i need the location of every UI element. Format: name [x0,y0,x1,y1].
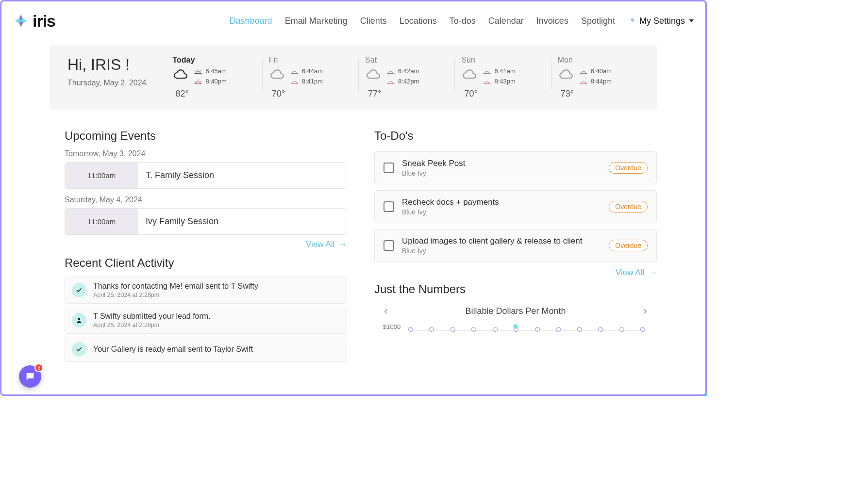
arrow-right-icon: → [336,240,347,249]
chart-point [493,327,498,332]
iris-small-icon [628,16,636,25]
sunrise-time: 6:40am [591,67,612,75]
weather-day-mon: Mon 6:40am 8:44pm 73° [551,56,647,99]
status-badge-overdue: Overdue [609,240,648,251]
brand-name: iris [33,12,55,31]
svg-point-0 [78,318,81,320]
cloud-icon [172,67,189,84]
todo-checkbox[interactable] [384,201,394,212]
event-time: 11:00am [65,163,138,188]
nav-my-settings[interactable]: My Settings [628,16,694,26]
status-badge-overdue: Overdue [609,201,648,213]
sunset-time: 8:43pm [494,78,515,85]
chart-current-marker [513,324,518,329]
activity-when: April 25, 2024 at 2:28pm [93,322,211,328]
greeting-date: Thursday, May 2, 2024 [67,79,146,87]
sunrise-icon [290,68,299,75]
numbers-carousel-header: ‹ Billable Dollars Per Month › [374,305,657,317]
nav-dashboard[interactable]: Dashboard [230,16,272,26]
todos-heading: To-Do's [374,129,657,143]
nav-locations[interactable]: Locations [400,16,437,26]
chart-point [408,327,413,332]
sunrise-icon [194,68,202,75]
nav-email-marketing[interactable]: Email Marketing [285,16,348,26]
sunset-icon [483,78,491,85]
sunset-time: 8:42pm [398,78,419,85]
numbers-metric-label: Billable Dollars Per Month [465,306,566,316]
event-title: Ivy Family Session [138,209,347,234]
chart-point [577,327,582,332]
todo-item[interactable]: Sneak Peek Post Blue Ivy Overdue [374,151,657,184]
event-card[interactable]: 11:00am Ivy Family Session [65,208,347,235]
chat-unread-badge: 3 [34,363,43,372]
chart-y-tick: $1000 [383,323,401,330]
person-icon [72,313,86,327]
numbers-heading: Just the Numbers [374,282,657,296]
todo-title: Recheck docs + payments [402,197,601,207]
sunset-icon [194,78,202,85]
hero-weather-panel: Hi, IRIS ! Thursday, May 2, 2024 Today 6… [50,45,657,110]
sunset-icon [386,78,395,85]
activity-item[interactable]: T Swifty submitted your lead form. April… [65,307,347,334]
nav-todos[interactable]: To-dos [450,16,476,26]
event-time: 11:00am [65,209,138,234]
weather-temp: 73° [561,89,640,99]
weather-temp: 70° [272,89,351,99]
todo-checkbox[interactable] [384,163,394,173]
todos-view-all-link[interactable]: View All → [616,268,657,277]
todo-title: Sneak Peek Post [402,159,601,168]
sunset-icon [579,78,588,85]
weather-temp: 77° [368,89,448,99]
sunset-time: 8:44pm [591,78,612,85]
todo-checkbox[interactable] [384,240,394,251]
greeting-text: Hi, IRIS ! [67,56,146,74]
chart-point [429,327,434,332]
activity-when: April 25, 2024 at 2:28pm [93,292,258,298]
weather-day-fri: Fri 6:44am 8:41pm 70° [262,56,358,99]
nav-settings-label: My Settings [639,16,685,26]
chart-points [408,327,645,332]
chart-point [640,327,645,332]
weather-day-label: Mon [558,56,640,65]
weather-temp: 82° [175,89,255,99]
weather-day-label: Sat [365,56,448,65]
events-view-all: View All → [65,240,347,249]
sunset-icon [290,78,299,85]
brand-logo[interactable]: iris [13,12,55,31]
todo-title: Upload images to client gallery & releas… [402,236,601,246]
weather-day-sat: Sat 6:42am 8:42pm 77° [358,56,454,99]
activity-item[interactable]: Thanks for contacting Me! email sent to … [65,277,347,304]
chevron-right-icon[interactable]: › [644,305,647,317]
todo-item[interactable]: Recheck docs + payments Blue Ivy Overdue [374,190,657,223]
weather-temp: 70° [464,89,544,99]
cloud-icon [461,67,478,84]
chart-point [514,327,518,332]
weather-day-today: Today 6:45am 8:40pm 82° [166,56,262,99]
nav-clients[interactable]: Clients [360,16,387,26]
nav-calendar[interactable]: Calendar [488,16,524,26]
sunrise-time: 6:44am [302,67,323,75]
todo-item[interactable]: Upload images to client gallery & releas… [374,229,657,262]
sunset-time: 8:40pm [205,78,226,85]
numbers-chart: $1000 [386,325,645,340]
cloud-icon [269,67,285,84]
chart-point [535,327,540,332]
events-view-all-link[interactable]: View All → [306,240,347,249]
activity-text: Thanks for contacting Me! email sent to … [93,282,258,291]
sunrise-time: 6:45am [205,67,226,75]
event-card[interactable]: 11:00am T. Family Session [65,162,347,189]
chat-launcher[interactable]: 3 [19,365,41,388]
activity-item[interactable]: Your Gallery is ready email sent to Tayl… [65,337,347,362]
chevron-left-icon[interactable]: ‹ [384,305,387,317]
chart-point [451,327,455,332]
nav-spotlight[interactable]: Spotlight [581,16,615,26]
activity-text: T Swifty submitted your lead form. [93,312,211,321]
weather-day-sun: Sun 6:41am 8:43pm 70° [454,56,551,99]
chat-icon [25,371,35,382]
upcoming-heading: Upcoming Events [65,129,347,143]
chart-point [619,327,624,332]
event-group-date: Tomorrow, May 3, 2024 [65,149,347,158]
activity-text: Your Gallery is ready email sent to Tayl… [93,345,253,354]
nav-invoices[interactable]: Invoices [536,16,568,26]
todo-client: Blue Ivy [402,169,601,177]
